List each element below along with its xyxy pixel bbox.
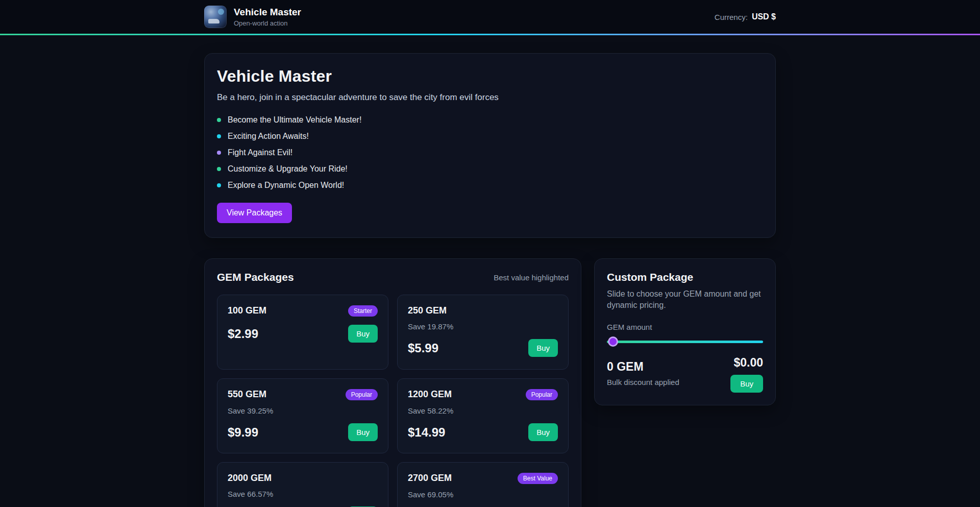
gem-amount-slider[interactable] <box>607 336 763 347</box>
package-buy-button[interactable]: Buy <box>528 423 558 441</box>
custom-price: $0.00 <box>733 356 763 370</box>
package-name: 250 GEM <box>408 305 447 316</box>
package-buy-button[interactable]: Buy <box>528 339 558 357</box>
package-save-percent: Save 19.87% <box>408 322 558 331</box>
package-price: $9.99 <box>228 425 258 440</box>
package-save-percent: Save 66.57% <box>228 490 378 498</box>
package-badge: Popular <box>346 389 378 400</box>
page-content: Vehicle Master Be a hero, join in a spec… <box>204 35 776 507</box>
package-name: 100 GEM <box>228 305 266 316</box>
package-card: 100 GEM Starter $2.99 Buy <box>217 295 388 370</box>
bullet-dot-icon <box>217 183 221 187</box>
bullet-dot-icon <box>217 151 221 155</box>
app-title: Vehicle Master <box>234 7 301 18</box>
hero-title: Vehicle Master <box>217 67 763 86</box>
view-packages-button[interactable]: View Packages <box>217 203 292 223</box>
hero-card: Vehicle Master Be a hero, join in a spec… <box>204 53 776 238</box>
feature-list: Become the Ultimate Vehicle Master! Exci… <box>217 112 763 194</box>
bulk-discount-note: Bulk discount applied <box>607 378 679 387</box>
package-name: 2000 GEM <box>228 473 272 484</box>
packages-note: Best value highlighted <box>494 273 569 282</box>
package-price: $14.99 <box>408 425 445 440</box>
feature-item: Explore a Dynamic Open World! <box>217 177 763 194</box>
package-card: 2000 GEM Save 66.57% $19.99 Buy <box>217 462 388 507</box>
package-badge: Best Value <box>518 473 558 484</box>
bullet-dot-icon <box>217 167 221 171</box>
custom-package-card: Custom Package Slide to choose your GEM … <box>594 258 776 405</box>
feature-item: Fight Against Evil! <box>217 144 763 161</box>
feature-label: Fight Against Evil! <box>228 148 292 157</box>
feature-label: Exciting Action Awaits! <box>228 132 309 141</box>
slider-thumb[interactable] <box>608 336 618 347</box>
package-buy-button[interactable]: Buy <box>348 423 378 441</box>
feature-item: Exciting Action Awaits! <box>217 128 763 144</box>
package-name: 2700 GEM <box>408 473 452 484</box>
custom-package-description: Slide to choose your GEM amount and get … <box>607 288 763 311</box>
feature-label: Become the Ultimate Vehicle Master! <box>228 115 361 125</box>
currency-label: Currency: <box>715 13 748 21</box>
app-subtitle: Open-world action <box>234 19 301 27</box>
package-card: 250 GEM Save 19.87% $5.99 Buy <box>397 295 569 370</box>
bullet-dot-icon <box>217 118 221 122</box>
package-buy-button[interactable]: Buy <box>348 325 378 343</box>
custom-package-title: Custom Package <box>607 271 763 283</box>
package-price: $2.99 <box>228 327 258 341</box>
custom-buy-button[interactable]: Buy <box>730 375 763 393</box>
currency-value: USD $ <box>752 12 776 21</box>
bullet-dot-icon <box>217 134 221 138</box>
package-card: 2700 GEM Best Value Save 69.05% $24.99 B… <box>397 462 569 507</box>
game-thumbnail-icon <box>204 6 227 28</box>
packages-title: GEM Packages <box>217 271 294 283</box>
package-badge: Starter <box>348 305 378 317</box>
packages-grid: 100 GEM Starter $2.99 Buy 250 GEM Save 1… <box>217 295 569 507</box>
app-header: Vehicle Master Open-world action Currenc… <box>0 0 980 35</box>
gem-amount-label: GEM amount <box>607 323 763 331</box>
package-name: 550 GEM <box>228 389 266 400</box>
package-save-percent: Save 69.05% <box>408 490 558 499</box>
package-card: 1200 GEM Popular Save 58.22% $14.99 Buy <box>397 378 569 453</box>
package-badge: Popular <box>526 389 558 400</box>
custom-gem-amount: 0 GEM <box>607 360 679 374</box>
package-price: $5.99 <box>408 341 438 355</box>
package-card: 550 GEM Popular Save 39.25% $9.99 Buy <box>217 378 388 453</box>
hero-subtitle: Be a hero, join in a spectacular adventu… <box>217 92 763 103</box>
slider-track[interactable] <box>607 341 763 343</box>
package-name: 1200 GEM <box>408 389 452 400</box>
feature-item: Customize & Upgrade Your Ride! <box>217 161 763 177</box>
package-save-percent: Save 58.22% <box>408 406 558 415</box>
package-save-percent: Save 39.25% <box>228 406 378 415</box>
feature-item: Become the Ultimate Vehicle Master! <box>217 112 763 128</box>
feature-label: Explore a Dynamic Open World! <box>228 181 344 190</box>
gem-packages-card: GEM Packages Best value highlighted 100 … <box>204 258 581 507</box>
feature-label: Customize & Upgrade Your Ride! <box>228 164 348 174</box>
